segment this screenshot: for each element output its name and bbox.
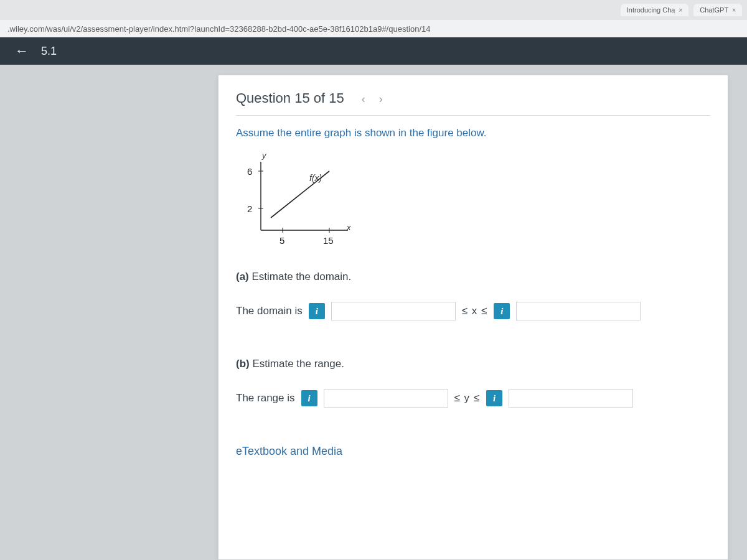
x-axis-label: x xyxy=(347,223,351,232)
x-tick-label: 15 xyxy=(323,235,334,246)
part-b-text: Estimate the range. xyxy=(252,358,344,370)
domain-upper-input[interactable] xyxy=(516,302,641,320)
browser-tab-strip: Introducing Cha × ChatGPT × xyxy=(0,0,747,20)
domain-lead: The domain is xyxy=(236,305,303,317)
domain-answer-row: The domain is i ≤ x ≤ i xyxy=(236,302,710,320)
browser-tab[interactable]: Introducing Cha × xyxy=(621,4,689,16)
back-arrow-icon[interactable]: ← xyxy=(15,43,29,59)
url-text: .wiley.com/was/ui/v2/assessment-player/i… xyxy=(7,24,430,34)
section-bar: ← 5.1 xyxy=(0,37,747,65)
function-label: f(x) xyxy=(309,173,322,183)
range-upper-input[interactable] xyxy=(509,389,633,408)
question-count: Question 15 of 15 xyxy=(236,90,344,106)
next-question-button[interactable]: › xyxy=(374,93,388,105)
y-axis-label: y xyxy=(262,151,266,160)
tab-title: Introducing Cha xyxy=(627,6,675,14)
close-icon[interactable]: × xyxy=(679,7,682,14)
divider xyxy=(236,115,710,116)
part-b-tag: (b) xyxy=(236,358,250,370)
y-tick-label: 2 xyxy=(247,203,252,214)
part-a-label: (a) Estimate the domain. xyxy=(236,271,710,283)
part-a-text: Estimate the domain. xyxy=(252,271,352,282)
range-lower-input[interactable] xyxy=(324,389,448,408)
section-label: 5.1 xyxy=(41,45,57,58)
info-icon[interactable]: i xyxy=(486,390,502,406)
domain-inequality: ≤ x ≤ xyxy=(462,305,488,317)
info-icon[interactable]: i xyxy=(309,303,325,319)
graph-figure: y x f(x) 6 2 5 15 xyxy=(236,149,367,252)
etextbook-link[interactable]: eTextbook and Media xyxy=(236,445,710,458)
range-inequality: ≤ y ≤ xyxy=(454,392,481,404)
range-lead: The range is xyxy=(236,392,295,404)
x-tick-label: 5 xyxy=(280,235,284,246)
info-icon[interactable]: i xyxy=(301,390,317,406)
domain-lower-input[interactable] xyxy=(331,302,456,320)
part-a-tag: (a) xyxy=(236,271,249,282)
prev-question-button[interactable]: ‹ xyxy=(357,93,370,105)
part-b-label: (b) Estimate the range. xyxy=(236,358,710,370)
question-prompt: Assume the entire graph is shown in the … xyxy=(236,127,710,139)
question-card: Question 15 of 15 ‹ › Assume the entire … xyxy=(218,75,728,560)
y-tick-label: 6 xyxy=(247,166,252,177)
info-icon[interactable]: i xyxy=(494,303,510,319)
range-answer-row: The range is i ≤ y ≤ i xyxy=(236,389,710,408)
close-icon[interactable]: × xyxy=(732,7,736,14)
tab-title: ChatGPT xyxy=(700,6,728,14)
question-header: Question 15 of 15 ‹ › xyxy=(236,90,710,106)
browser-tab[interactable]: ChatGPT × xyxy=(693,4,742,16)
url-bar[interactable]: .wiley.com/was/ui/v2/assessment-player/i… xyxy=(0,20,747,37)
